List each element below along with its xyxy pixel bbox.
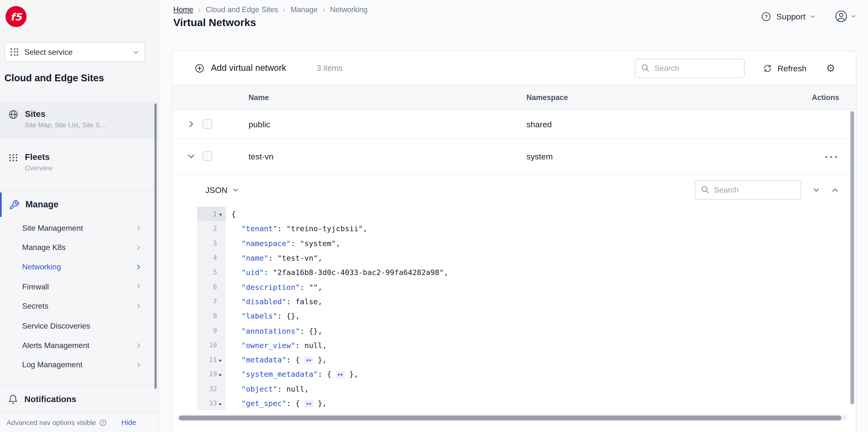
vertical-scrollbar[interactable]: [850, 111, 854, 404]
sidebar-item-manage-k8s[interactable]: Manage K8s: [0, 237, 158, 257]
fold-caret-icon[interactable]: ▸: [217, 357, 224, 363]
row-checkbox[interactable]: [203, 120, 212, 129]
fold-caret-icon[interactable]: ▸: [217, 400, 224, 406]
json-key: "annotations": [241, 326, 300, 335]
sidebar-item-firewall[interactable]: Firewall: [0, 277, 158, 296]
sidebar-item-log-management[interactable]: Log Management: [0, 355, 158, 374]
sidebar-scrollbar[interactable]: [154, 103, 157, 389]
json-value: : {},: [277, 311, 300, 320]
gear-icon[interactable]: ⚙: [826, 63, 835, 73]
table-toolbar: Add virtual network 3 items Refresh ⚙: [172, 52, 856, 85]
expand-all-icon[interactable]: [813, 186, 820, 194]
breadcrumb: Home › Cloud and Edge Sites › Manage › N…: [173, 5, 368, 13]
add-virtual-network-button[interactable]: Add virtual network: [194, 63, 286, 73]
sidebar-item-label: Log Management: [22, 360, 83, 369]
sidebar-item-label: Manage K8s: [22, 243, 66, 252]
json-value: },: [313, 399, 327, 408]
column-header-name: Name: [225, 93, 504, 101]
sidebar-item-sites[interactable]: Sites Site Map, Site List, Site S...: [0, 103, 158, 138]
line-number: 6: [213, 283, 217, 291]
json-value: : "treino-tyjcbsii",: [277, 224, 367, 233]
code-line-5: 5"uid": "2faa16b8-3d0c-4033-bac2-99fa642…: [172, 265, 856, 280]
line-gutter: 5: [197, 265, 226, 280]
sidebar-item-site-management[interactable]: Site Management: [0, 218, 158, 237]
sidebar-item-networking[interactable]: Networking: [0, 257, 158, 276]
collapsed-range-icon[interactable]: ↔: [304, 400, 313, 408]
json-code: 1▾{2"tenant": "treino-tyjcbsii",3"namesp…: [172, 205, 856, 410]
json-value: : false,: [286, 297, 322, 306]
sidebar-item-alerts-management[interactable]: Alerts Management: [0, 335, 158, 355]
sidebar-item-fleets[interactable]: Fleets Overview: [0, 146, 158, 180]
json-key: "system_metadata": [241, 370, 318, 378]
cell-namespace: shared: [504, 120, 778, 129]
code-line-4: 4"name": "test-vn",: [172, 251, 856, 265]
breadcrumb-cloud-and-edge-sites[interactable]: Cloud and Edge Sites: [206, 5, 278, 13]
sidebar-section-title: Cloud and Edge Sites: [4, 72, 104, 84]
json-key: "name": [241, 253, 269, 262]
sidebar-item-notifications[interactable]: Notifications: [0, 387, 158, 411]
service-selector[interactable]: Select service: [4, 42, 145, 62]
collapse-row-icon[interactable]: [187, 152, 203, 160]
add-button-label: Add virtual network: [211, 63, 286, 73]
code-line-6: 6"description": "",: [172, 280, 856, 294]
breadcrumb-separator: ›: [198, 5, 201, 13]
fold-caret-icon[interactable]: ▾: [217, 211, 224, 217]
line-number: 2: [213, 225, 217, 233]
f5-logo-text: f5: [10, 11, 22, 22]
divider: [0, 190, 158, 191]
sidebar-item-label: Manage: [26, 199, 58, 210]
page-title: Virtual Networks: [173, 16, 256, 29]
sidebar-item-secrets[interactable]: Secrets: [0, 296, 158, 315]
row-checkbox[interactable]: [203, 152, 212, 161]
account-menu[interactable]: [834, 9, 856, 23]
search-input[interactable]: [655, 64, 739, 72]
sidebar-item-service-discoveries[interactable]: Service Discoveries: [0, 316, 158, 335]
breadcrumb-manage[interactable]: Manage: [290, 5, 318, 13]
sidebar-item-label: Firewall: [22, 282, 49, 291]
json-value: : null,: [277, 384, 309, 393]
row-actions-menu[interactable]: •••: [824, 153, 839, 161]
column-header-actions: Actions: [778, 93, 839, 101]
table-row-public[interactable]: public shared: [172, 110, 856, 139]
code-line-2: 2"tenant": "treino-tyjcbsii",: [172, 222, 856, 236]
horizontal-scrollbar[interactable]: [179, 416, 841, 420]
expand-row-icon[interactable]: [187, 120, 203, 128]
line-number: 32: [209, 385, 217, 393]
support-label: Support: [776, 12, 805, 21]
line-number: 9: [213, 327, 217, 334]
line-gutter: 4: [197, 251, 226, 265]
json-key: "description": [241, 283, 300, 291]
collapse-all-icon[interactable]: [832, 186, 839, 194]
line-gutter: 32: [197, 381, 226, 396]
view-mode-label: JSON: [205, 185, 227, 195]
cell-name: public: [225, 120, 504, 129]
fold-caret-icon[interactable]: ▸: [217, 371, 224, 377]
line-gutter: 1▾: [197, 207, 226, 222]
breadcrumb-home[interactable]: Home: [173, 5, 193, 13]
view-mode-select[interactable]: JSON: [205, 185, 239, 195]
f5-logo[interactable]: f5: [6, 6, 27, 27]
divider: [0, 384, 158, 384]
line-number: 19: [209, 370, 217, 378]
table-row-test-vn[interactable]: test-vn system •••: [172, 139, 856, 174]
json-search-input[interactable]: [714, 185, 795, 194]
code-text: "system_metadata": { ↔ },: [226, 370, 358, 378]
sidebar-item-label: Networking: [22, 262, 61, 271]
wrench-icon: [9, 200, 19, 210]
line-gutter: 2: [197, 222, 226, 236]
code-text: {: [226, 210, 236, 219]
support-menu[interactable]: ? Support: [761, 11, 815, 22]
line-number: 11: [209, 356, 217, 364]
code-text: "metadata": { ↔ },: [226, 355, 327, 364]
json-key: "disabled": [241, 297, 286, 306]
collapsed-range-icon[interactable]: ↔: [336, 371, 345, 379]
code-line-10: 10"owner_view": null,: [172, 338, 856, 353]
sidebar-item-manage[interactable]: Manage: [0, 193, 158, 217]
collapsed-range-icon[interactable]: ↔: [304, 356, 313, 364]
refresh-button[interactable]: Refresh: [763, 63, 806, 73]
json-key: "get_spec": [241, 399, 286, 408]
line-number: 7: [213, 298, 217, 305]
line-gutter: 33▸: [197, 396, 226, 410]
hide-nav-link[interactable]: Hide: [121, 418, 136, 426]
json-value: {: [231, 210, 236, 219]
